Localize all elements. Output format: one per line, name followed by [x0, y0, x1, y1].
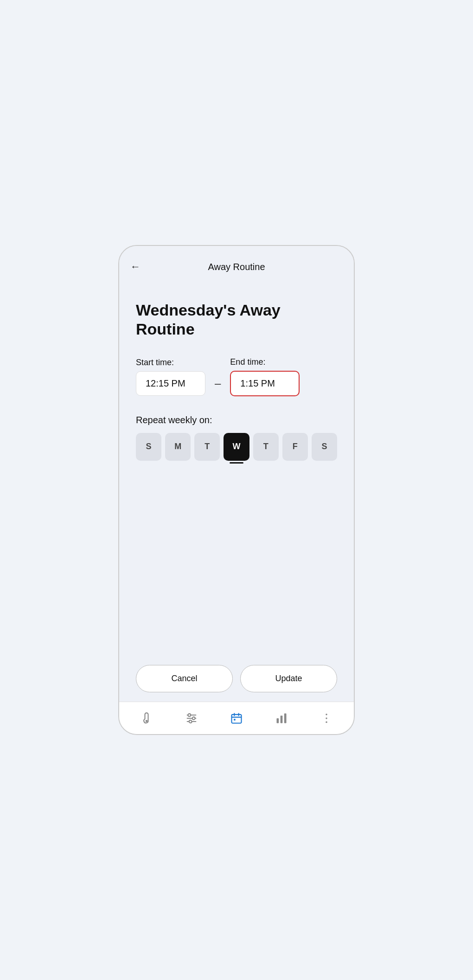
back-button[interactable]: ←	[130, 259, 144, 275]
routine-title: Wednesday's Away Routine	[136, 301, 337, 339]
start-time-column: Start time: 12:15 PM	[136, 358, 205, 396]
svg-point-0	[145, 720, 147, 722]
thermometer-icon	[140, 712, 153, 725]
nav-item-more[interactable]	[313, 707, 340, 730]
more-icon	[320, 712, 333, 725]
end-time-column: End time: 1:15 PM	[230, 357, 300, 396]
day-button-s1[interactable]: S	[136, 433, 161, 461]
header: ← Away Routine	[119, 246, 354, 282]
start-time-label: Start time:	[136, 358, 205, 368]
time-section: Start time: 12:15 PM – End time: 1:15 PM	[136, 357, 337, 396]
day-button-m[interactable]: M	[165, 433, 191, 461]
cancel-button[interactable]: Cancel	[136, 665, 233, 692]
content: Wednesday's Away Routine Start time: 12:…	[119, 282, 354, 658]
nav-item-controls[interactable]	[178, 707, 205, 730]
svg-rect-14	[284, 713, 287, 723]
svg-rect-13	[281, 716, 283, 723]
svg-rect-11	[234, 719, 236, 721]
days-row: SMTWTFS	[136, 433, 337, 461]
chart-icon	[275, 712, 288, 725]
start-time-input[interactable]: 12:15 PM	[136, 371, 205, 396]
bottom-nav	[119, 702, 354, 734]
phone-container: ← Away Routine Wednesday's Away Routine …	[118, 245, 355, 735]
repeat-label: Repeat weekly on:	[136, 415, 337, 426]
svg-point-4	[188, 714, 191, 716]
day-button-w[interactable]: W	[224, 433, 249, 461]
day-button-f[interactable]: F	[282, 433, 308, 461]
day-button-t1[interactable]: T	[194, 433, 220, 461]
repeat-section: Repeat weekly on: SMTWTFS	[136, 415, 337, 461]
svg-point-15	[326, 714, 328, 716]
svg-point-17	[326, 721, 328, 723]
day-button-s2[interactable]: S	[312, 433, 337, 461]
end-time-input[interactable]: 1:15 PM	[230, 371, 300, 396]
nav-item-chart[interactable]	[268, 707, 295, 730]
nav-item-thermometer[interactable]	[133, 707, 160, 730]
svg-point-5	[192, 717, 195, 720]
time-row: Start time: 12:15 PM – End time: 1:15 PM	[136, 357, 337, 396]
svg-point-6	[189, 720, 192, 723]
end-time-label: End time:	[230, 357, 300, 367]
bottom-buttons: Cancel Update	[119, 658, 354, 702]
header-title: Away Routine	[208, 262, 265, 272]
time-separator: –	[215, 377, 221, 390]
controls-icon	[185, 712, 198, 725]
svg-rect-7	[231, 714, 241, 723]
svg-rect-12	[277, 718, 279, 723]
update-button[interactable]: Update	[240, 665, 337, 692]
svg-point-16	[326, 717, 328, 719]
calendar-icon	[230, 712, 243, 725]
nav-item-calendar[interactable]	[223, 707, 250, 730]
day-button-t2[interactable]: T	[253, 433, 279, 461]
